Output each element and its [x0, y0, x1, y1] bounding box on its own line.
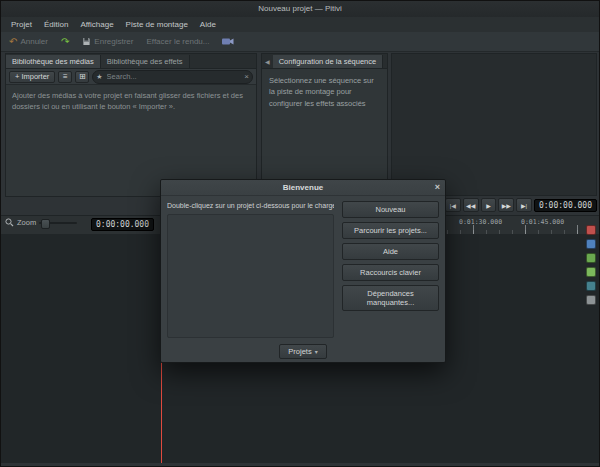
- zoom-slider[interactable]: [39, 222, 77, 224]
- grid-view-button[interactable]: ⊞: [75, 71, 89, 83]
- split-clip-icon[interactable]: [586, 225, 596, 235]
- ruler-label: 0:01:45.000: [521, 218, 564, 226]
- sequence-config-panel: ◀ Configuration de la séquence Sélection…: [261, 53, 388, 197]
- forward-one-second-button[interactable]: ▶▶: [498, 198, 514, 212]
- save-button[interactable]: Enregistrer: [79, 36, 136, 47]
- help-button[interactable]: Aide: [342, 243, 439, 260]
- go-end-icon: ▶|: [521, 202, 527, 209]
- undo-icon: ↶: [9, 37, 17, 47]
- viewer-timecode: 0:00:00.000: [534, 199, 597, 212]
- pitivi-window: Nouveau projet — Pitivi Projet Édition A…: [0, 0, 600, 467]
- clear-render-button[interactable]: Effacer le rendu...: [143, 36, 212, 47]
- menu-aide[interactable]: Aide: [194, 17, 222, 32]
- ungroup-clips-icon[interactable]: [586, 267, 596, 277]
- welcome-dialog-footer: Projets ▾: [161, 340, 445, 362]
- play-button[interactable]: ▶: [481, 198, 497, 212]
- menu-bar: Projet Édition Affichage Piste de montag…: [1, 17, 599, 32]
- clear-search-icon[interactable]: ×: [244, 72, 249, 81]
- menu-piste-de-montage[interactable]: Piste de montage: [120, 17, 194, 32]
- undo-button[interactable]: ↶ Annuler: [6, 36, 51, 48]
- viewer-panel: [391, 53, 597, 196]
- grid-view-icon: ⊞: [79, 72, 86, 81]
- rewind-icon: ◀◀: [466, 202, 475, 209]
- library-toolbar: + Importer ≡ ⊞ ★ ×: [6, 69, 256, 85]
- caret-down-icon: ▾: [315, 348, 318, 355]
- projects-menu-button[interactable]: Projets ▾: [279, 344, 326, 359]
- welcome-dialog-title: Bienvenue: [283, 183, 323, 192]
- go-start-button[interactable]: |◀: [445, 198, 461, 212]
- chevron-left-icon[interactable]: ◀: [262, 58, 273, 65]
- search-input[interactable]: [105, 71, 243, 82]
- redo-icon: ↷: [61, 37, 69, 47]
- list-view-icon: ≡: [63, 72, 68, 81]
- render-camera-icon: [222, 37, 234, 46]
- window-title: Nouveau projet — Pitivi: [258, 4, 342, 13]
- recent-projects-list[interactable]: [167, 214, 334, 338]
- welcome-dialog: Bienvenue × Double-cliquez sur un projet…: [160, 179, 446, 363]
- media-library-panel: Bibliothèque des médias Bibliothèque des…: [5, 53, 257, 197]
- go-start-icon: |◀: [450, 202, 456, 209]
- title-bar: Nouveau projet — Pitivi: [1, 1, 599, 18]
- zoom-slider-thumb[interactable]: [41, 219, 50, 229]
- save-label: Enregistrer: [94, 37, 133, 46]
- projects-menu-label: Projets: [288, 347, 311, 356]
- zoom-label: Zoom: [17, 218, 36, 227]
- plus-icon: +: [15, 72, 19, 81]
- new-project-button[interactable]: Nouveau: [342, 201, 439, 218]
- keyframe-icon[interactable]: [586, 239, 596, 249]
- main-toolbar: ↶ Annuler ↷ Enregistrer Effacer le rendu…: [1, 32, 599, 52]
- undo-label: Annuler: [20, 37, 48, 46]
- timeline-toolbar: [584, 225, 597, 305]
- tab-media-library[interactable]: Bibliothèque des médias: [6, 55, 101, 68]
- menu-projet[interactable]: Projet: [5, 17, 38, 32]
- star-icon: ★: [96, 73, 102, 81]
- recent-projects-section: Double-cliquez sur un projet ci-dessous …: [167, 200, 334, 338]
- ruler-label: 0:01:30.000: [459, 218, 502, 226]
- zoom-icon: [5, 218, 14, 227]
- timeline-timecode: 0:00:00.000: [91, 218, 154, 231]
- save-icon: [82, 37, 91, 46]
- tab-sequence-config[interactable]: Configuration de la séquence: [273, 55, 384, 68]
- library-tabs: Bibliothèque des médias Bibliothèque des…: [6, 54, 256, 69]
- zoom-control: Zoom: [5, 218, 77, 227]
- group-clips-icon[interactable]: [586, 253, 596, 263]
- clear-render-label: Effacer le rendu...: [146, 37, 209, 46]
- import-button[interactable]: + Importer: [9, 71, 55, 83]
- sequence-config-hint: Sélectionnez une séquence sur la piste d…: [262, 69, 387, 115]
- sequence-tabs: ◀ Configuration de la séquence: [262, 54, 387, 69]
- fast-forward-icon: ▶▶: [502, 202, 511, 209]
- gap-remove-icon[interactable]: [586, 295, 596, 305]
- back-one-second-button[interactable]: ◀◀: [463, 198, 479, 212]
- tab-effects-library[interactable]: Bibliothèque des effets: [101, 55, 190, 68]
- media-library-hint: Ajouter des médias à votre projet en fai…: [12, 90, 250, 113]
- search-field[interactable]: ★ ×: [92, 70, 253, 84]
- welcome-dialog-body: Double-cliquez sur un projet ci-dessous …: [161, 196, 445, 340]
- menu-affichage[interactable]: Affichage: [74, 17, 119, 32]
- play-icon: ▶: [486, 202, 491, 209]
- list-view-button[interactable]: ≡: [58, 71, 72, 83]
- missing-dependencies-button[interactable]: Dépendances manquantes...: [342, 285, 439, 311]
- welcome-dialog-header: Bienvenue ×: [161, 180, 445, 196]
- media-library-dropzone[interactable]: Ajouter des médias à votre projet en fai…: [6, 85, 256, 118]
- close-icon[interactable]: ×: [435, 180, 440, 195]
- menu-edition[interactable]: Édition: [38, 17, 74, 32]
- import-label: Importer: [21, 72, 49, 81]
- welcome-dialog-buttons: Nouveau Parcourir les projets... Aide Ra…: [342, 200, 439, 338]
- keyboard-shortcuts-button[interactable]: Raccourcis clavier: [342, 264, 439, 281]
- browse-projects-button[interactable]: Parcourir les projets...: [342, 222, 439, 239]
- welcome-prompt: Double-cliquez sur un projet ci-dessous …: [167, 202, 334, 209]
- redo-button[interactable]: ↷: [58, 36, 72, 48]
- render-button[interactable]: [219, 36, 237, 47]
- copy-clip-icon[interactable]: [586, 281, 596, 291]
- go-end-button[interactable]: ▶|: [516, 198, 532, 212]
